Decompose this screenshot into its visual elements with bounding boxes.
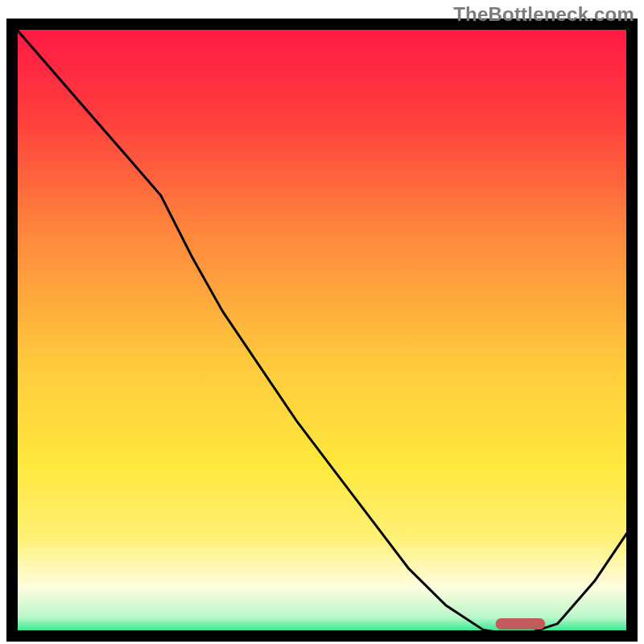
plot-background — [12, 24, 632, 636]
bottleneck-chart — [0, 0, 644, 644]
watermark-text: TheBottleneck.com — [453, 3, 634, 26]
optimal-region-marker — [496, 618, 546, 630]
chart-container: TheBottleneck.com — [0, 0, 644, 644]
plot-area — [12, 24, 632, 636]
